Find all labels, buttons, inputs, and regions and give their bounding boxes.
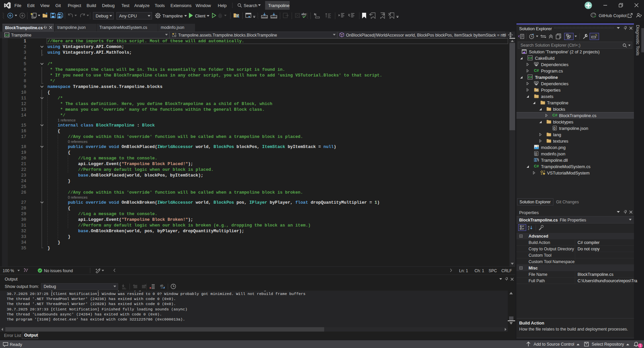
svg-text:C#: C# (534, 68, 539, 72)
svg-text:C#: C# (528, 56, 533, 60)
svg-text:ab: ab (160, 284, 163, 287)
svg-text:abc: abc (301, 12, 307, 16)
svg-text:C#: C# (552, 113, 557, 117)
svg-text:{}: {} (535, 152, 537, 155)
svg-text:C#: C# (534, 164, 539, 168)
svg-text:C#: C# (528, 75, 533, 79)
svg-text:{}: {} (553, 127, 556, 130)
svg-text:C#: C# (5, 33, 9, 37)
svg-text:Z: Z (528, 228, 530, 230)
svg-text:A: A (528, 226, 530, 228)
